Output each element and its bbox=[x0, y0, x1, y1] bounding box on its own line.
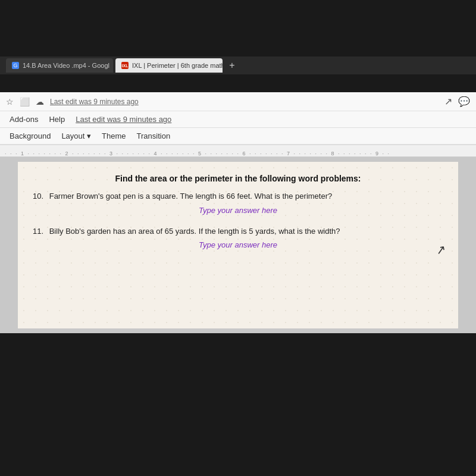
add-tab-button[interactable]: + bbox=[225, 58, 239, 73]
toolbar-right-actions: ↗ 💬 bbox=[444, 96, 470, 107]
last-edit-menu-item: Last edit was 9 minutes ago bbox=[71, 112, 176, 126]
problem-10-body: Farmer Brown's goat pen is a square. The… bbox=[49, 192, 333, 201]
bottom-black-area bbox=[0, 446, 476, 476]
help-menu-item[interactable]: Help bbox=[44, 112, 70, 126]
cursor-arrow-icon: ↗ bbox=[435, 242, 447, 258]
ixl-icon: IXL bbox=[121, 62, 129, 69]
trending-icon[interactable]: ↗ bbox=[444, 96, 452, 107]
background-menu-item[interactable]: Background bbox=[5, 129, 55, 143]
slide-area: Find the area or the perimeter in the fo… bbox=[0, 157, 476, 333]
addons-menu-bar: Add-ons Help Last edit was 9 minutes ago bbox=[0, 111, 476, 128]
addons-menu-item[interactable]: Add-ons bbox=[5, 112, 43, 126]
problem-11-text: 11. Billy Bob's garden has an area of 65… bbox=[33, 226, 443, 237]
slide-canvas: Find the area or the perimeter in the fo… bbox=[18, 162, 458, 328]
cloud-icon[interactable]: ☁ bbox=[36, 97, 44, 107]
tab-ixl[interactable]: IXL IXL | Perimeter | 6th grade math × bbox=[115, 58, 223, 73]
ruler-text: · · · 1 · · · · · · · 2 · · · · · · · 3 … bbox=[0, 151, 390, 156]
ruler: · · · 1 · · · · · · · 2 · · · · · · · 3 … bbox=[0, 145, 476, 157]
problem-10-answer[interactable]: Type your answer here bbox=[33, 206, 443, 215]
ruler-marks: · · · 1 · · · · · · · 2 · · · · · · · 3 … bbox=[0, 145, 476, 156]
tab-google-slides[interactable]: G 14.B Area Video .mp4 - Googl × bbox=[6, 58, 113, 73]
problem-11-body: Billy Bob's garden has an area of 65 yar… bbox=[49, 227, 340, 236]
tab-label-2: IXL | Perimeter | 6th grade math bbox=[132, 62, 223, 69]
browser-top-area: G 14.B Area Video .mp4 - Googl × IXL IXL… bbox=[0, 0, 476, 92]
tab-bar: G 14.B Area Video .mp4 - Googl × IXL IXL… bbox=[0, 57, 476, 74]
comment-icon[interactable]: 💬 bbox=[458, 96, 470, 107]
problem-11: 11. Billy Bob's garden has an area of 65… bbox=[33, 226, 443, 250]
transition-menu-item[interactable]: Transition bbox=[132, 129, 176, 143]
google-icon: G bbox=[12, 62, 19, 69]
problem-10-number: 10. bbox=[33, 190, 43, 202]
star-icon[interactable]: ☆ bbox=[6, 97, 14, 107]
problem-11-number: 11. bbox=[33, 226, 43, 237]
tab-label-1: 14.B Area Video .mp4 - Googl bbox=[23, 62, 109, 69]
toolbar-top-row: ☆ ⬜ ☁ Last edit was 9 minutes ago ↗ 💬 bbox=[0, 92, 476, 111]
problem-11-answer[interactable]: Type your answer here bbox=[33, 240, 443, 249]
last-edit-text: Last edit was 9 minutes ago bbox=[50, 98, 139, 106]
slide-title: Find the area or the perimeter in the fo… bbox=[33, 174, 443, 183]
problem-10-text: 10. Farmer Brown's goat pen is a square.… bbox=[33, 190, 443, 202]
theme-menu-item[interactable]: Theme bbox=[97, 129, 130, 143]
slides-options-bar: Background Layout ▾ Theme Transition bbox=[0, 128, 476, 145]
layout-menu-item[interactable]: Layout ▾ bbox=[57, 129, 96, 143]
slides-toolbar: ☆ ⬜ ☁ Last edit was 9 minutes ago ↗ 💬 Ad… bbox=[0, 92, 476, 145]
problem-10: 10. Farmer Brown's goat pen is a square.… bbox=[33, 190, 443, 215]
monitor-icon[interactable]: ⬜ bbox=[20, 97, 30, 107]
